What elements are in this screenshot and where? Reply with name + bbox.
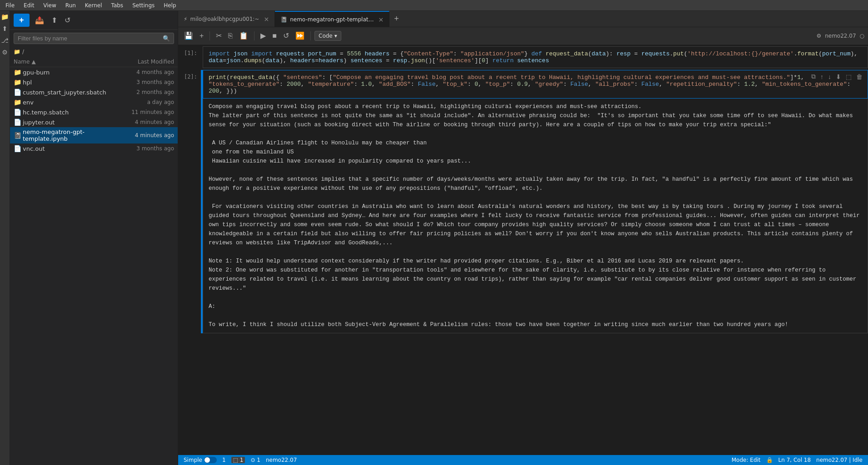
menu-kernel[interactable]: Kernel — [83, 1, 104, 10]
cell-move-down-btn[interactable]: ↓ — [827, 72, 833, 81]
tab-notebook[interactable]: 📓 nemo-megatron-gpt-templat… × — [275, 11, 389, 27]
menu-tabs[interactable]: Tabs — [110, 1, 125, 10]
menu-help[interactable]: Help — [162, 1, 178, 10]
file-name: custom_start_jupyter.sbatch — [23, 89, 106, 96]
status-mode: Mode: Edit — [732, 457, 761, 463]
file-date: 4 months ago — [106, 69, 174, 75]
stop-button[interactable]: ■ — [270, 31, 279, 41]
file-list-item[interactable]: 📁 hpl 3 months ago — [10, 77, 178, 87]
paste-cell-button[interactable]: 📋 — [237, 30, 250, 41]
simple-label: Simple — [184, 457, 202, 463]
file-list-item[interactable]: 📄 hc.temp.sbatch 11 minutes ago — [10, 107, 178, 117]
file-date: a day ago — [106, 99, 174, 105]
search-input[interactable] — [18, 35, 160, 42]
add-cell-button[interactable]: + — [197, 31, 206, 41]
activity-extensions-icon[interactable]: ⚙ — [1, 48, 9, 56]
status-icon-code: ⬚ 1 — [231, 457, 245, 463]
terminal-tab-icon: ⚡ — [184, 16, 187, 22]
file-name: gpu-burn — [23, 69, 106, 76]
cell-1-label: [1]: — [178, 46, 201, 68]
notebook-area[interactable]: [1]: import json import requests port_nu… — [178, 45, 868, 455]
toolbar-separator-1 — [210, 31, 210, 40]
activity-bar: 📁 ⬆ ⎇ ⚙ — [0, 11, 10, 465]
restart-button[interactable]: ↺ — [281, 30, 291, 41]
col-name-header[interactable]: Name ▲ — [14, 59, 106, 65]
menu-file[interactable]: File — [4, 1, 16, 10]
file-list-item[interactable]: 📁 gpu-burn 4 months ago — [10, 67, 178, 77]
menu-run[interactable]: Run — [64, 1, 78, 10]
toolbar-separator-2 — [254, 31, 254, 40]
activity-upload-icon[interactable]: ⬆ — [1, 25, 9, 33]
file-panel: + 📤 ⬆ ↺ 🔍 📁 / Name ▲ Last Modified 📁 gpu… — [10, 11, 178, 465]
add-tab-button[interactable]: + — [389, 11, 404, 27]
file-name: hpl — [23, 79, 106, 86]
tab-bar: ⚡ milo@oaklbhpcgpu001:~ × 📓 nemo-megatro… — [178, 11, 868, 27]
cell-2-code[interactable]: print(request_data({ "sentences": ["Comp… — [203, 70, 868, 99]
run-button[interactable]: ▶ — [258, 30, 268, 41]
notebook-tab-close[interactable]: × — [378, 16, 384, 23]
file-icon: 📁 — [14, 69, 23, 76]
main-layout: 📁 ⬆ ⎇ ⚙ + 📤 ⬆ ↺ 🔍 📁 / Name ▲ Last Modifi… — [0, 11, 868, 465]
save-button[interactable]: 💾 — [182, 30, 195, 41]
notebook-toolbar: 💾 + ✂ ⎘ 📋 ▶ ■ ↺ ⏩ Code ▾ ⚙ nemo22.07 ○ — [178, 27, 868, 45]
breadcrumb-path: / — [22, 49, 24, 55]
file-list-header: Name ▲ Last Modified — [10, 57, 178, 67]
file-list-item[interactable]: 📁 env a day ago — [10, 97, 178, 107]
activity-files-icon[interactable]: 📁 — [1, 13, 9, 21]
cell-2-container: [2]: print(request_data({ "sentences": [… — [178, 70, 868, 333]
file-list-item[interactable]: 📄 jupyter.out 4 minutes ago — [10, 117, 178, 127]
file-icon: 📁 — [14, 99, 23, 106]
cell-delete-btn[interactable]: 🗑 — [855, 72, 864, 81]
kernel-selector[interactable]: Code ▾ — [314, 31, 341, 41]
status-icon-circle: ⊙ 1 — [250, 457, 260, 463]
cell-move-up-btn[interactable]: ↑ — [819, 72, 825, 81]
file-icon: 📄 — [14, 109, 23, 116]
menu-view[interactable]: View — [41, 1, 58, 10]
menu-edit[interactable]: Edit — [22, 1, 36, 10]
new-file-button[interactable]: + — [14, 14, 30, 27]
cell-1-code[interactable]: import json import requests port_num = 5… — [203, 46, 868, 68]
kernel-display-name: nemo22.07 — [266, 457, 297, 463]
file-date: 3 months ago — [106, 145, 174, 152]
file-name: vnc.out — [23, 145, 106, 152]
terminal-tab-label: milo@oaklbhpcgpu001:~ — [190, 16, 259, 22]
cell-2-label: [2]: — [178, 70, 201, 333]
file-name: jupyter.out — [23, 119, 106, 126]
tab-terminal[interactable]: ⚡ milo@oaklbhpcgpu001:~ × — [178, 11, 275, 27]
file-name: hc.temp.sbatch — [23, 109, 106, 116]
menu-bar: File Edit View Run Kernel Tabs Settings … — [0, 0, 868, 11]
restart-run-button[interactable]: ⏩ — [293, 30, 307, 41]
menu-settings[interactable]: Settings — [130, 1, 156, 10]
cell-format-btn[interactable]: ⬚ — [844, 72, 853, 81]
notebook-title-bar: ⚙ nemo22.07 ○ — [343, 33, 864, 39]
status-lock-icon: 🔒 — [766, 457, 773, 463]
file-list-item[interactable]: 📄 vnc.out 3 months ago — [10, 143, 178, 153]
breadcrumb: 📁 / — [10, 47, 178, 57]
notebook-title: nemo22.07 — [825, 33, 856, 39]
notebook-tab-icon: 📓 — [280, 16, 287, 23]
file-date: 4 minutes ago — [106, 132, 174, 139]
kernel-type-label: Code — [319, 33, 333, 39]
copy-cell-button[interactable]: ⎘ — [226, 31, 235, 41]
file-date: 4 minutes ago — [106, 119, 174, 125]
file-list-item[interactable]: 📓 nemo-megatron-gpt-template.ipynb 4 min… — [10, 127, 178, 143]
kernel-status-icon: ⚙ — [816, 33, 821, 39]
cell-copy-btn[interactable]: ⧉ — [810, 72, 817, 81]
terminal-tab-close[interactable]: × — [264, 15, 269, 23]
file-list-item[interactable]: 📄 custom_start_jupyter.sbatch 2 months a… — [10, 87, 178, 97]
refresh-button[interactable]: ↺ — [63, 15, 72, 25]
status-kernel-status: nemo22.07 | Idle — [816, 457, 863, 463]
home-button[interactable]: ⬆ — [50, 15, 59, 25]
col-date-header[interactable]: Last Modified — [106, 59, 174, 65]
cell-1-container: [1]: import json import requests port_nu… — [178, 46, 868, 68]
activity-git-icon[interactable]: ⎇ — [1, 36, 9, 45]
status-line-col: Ln 7, Col 18 — [778, 457, 811, 463]
simple-toggle[interactable]: Simple — [184, 457, 217, 463]
content-area: ⚡ milo@oaklbhpcgpu001:~ × 📓 nemo-megatro… — [178, 11, 868, 465]
cell-2-output: Compose an engaging travel blog post abo… — [203, 99, 868, 333]
toggle-thumb — [205, 457, 210, 463]
cell-download-btn[interactable]: ⬇ — [834, 72, 843, 81]
cut-cell-button[interactable]: ✂ — [214, 30, 224, 41]
upload-button[interactable]: 📤 — [33, 15, 46, 25]
status-left: Simple 1 ⬚ 1 ⊙ 1 nemo22.07 — [184, 457, 297, 463]
